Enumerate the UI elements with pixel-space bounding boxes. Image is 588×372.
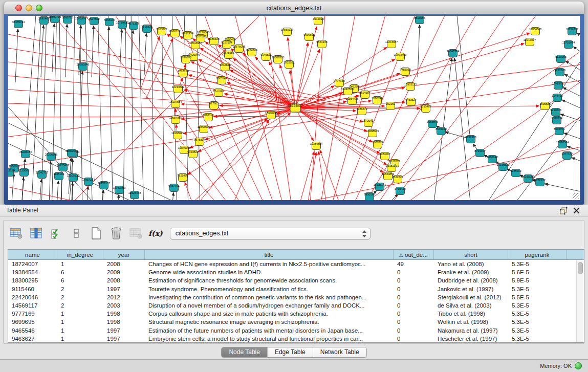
graph-node[interactable]: 3896600 — [180, 56, 191, 63]
column-header-year[interactable]: year — [103, 250, 145, 259]
graph-node[interactable]: 16648784 — [447, 50, 459, 57]
graph-node[interactable]: 9245012 — [510, 169, 521, 177]
graph-node[interactable]: 8813054 — [414, 16, 425, 24]
graph-node[interactable]: 5675685 — [223, 51, 234, 59]
graph-node[interactable]: 19384554 — [310, 142, 322, 150]
graph-node[interactable]: 9457791 — [168, 184, 179, 192]
graph-node[interactable]: 9267110 — [203, 114, 213, 121]
graph-node[interactable]: 8639163 — [435, 127, 446, 135]
minimize-window-icon[interactable] — [26, 5, 32, 11]
graph-node[interactable]: 7485063 — [400, 68, 410, 76]
table-row[interactable]: 977716911998Corpus callosum shape and si… — [8, 310, 584, 318]
graph-node[interactable]: 10688609 — [366, 129, 379, 137]
table-row[interactable]: 946554611997Estimation of the future num… — [8, 326, 584, 335]
graph-node[interactable]: 9493822 — [187, 150, 198, 158]
graph-node[interactable]: 2522349 — [392, 176, 403, 183]
graph-node[interactable]: 12353594 — [198, 125, 210, 133]
graph-node[interactable]: 21364436 — [346, 97, 358, 105]
column-header-title[interactable]: title — [145, 250, 394, 259]
graph-node[interactable]: 11054808 — [529, 28, 541, 35]
table-row[interactable]: 1830029562008Estimation of significance … — [8, 276, 584, 285]
graph-node[interactable]: 6497568 — [342, 87, 353, 95]
graph-node[interactable]: 1953845 — [427, 120, 438, 128]
window-titlebar[interactable]: citations_edges.txt — [4, 2, 584, 14]
graph-node[interactable]: 16782759 — [113, 186, 125, 194]
graph-node[interactable]: 17016504 — [556, 141, 569, 148]
network-canvas[interactable]: 9435572426914061059079528937181065326715… — [8, 15, 580, 200]
close-panel-icon[interactable] — [573, 206, 581, 214]
memory-status-indicator[interactable] — [575, 362, 582, 369]
graph-node[interactable]: 13505135 — [67, 174, 79, 182]
graph-node[interactable]: 1527602 — [89, 17, 99, 25]
show-column-icon[interactable] — [29, 227, 44, 240]
table-scrollbar-thumb[interactable] — [578, 262, 583, 274]
graph-node[interactable]: 17957253 — [82, 178, 95, 186]
graph-node[interactable]: 9327504 — [221, 41, 232, 49]
graph-node[interactable]: 9146821 — [260, 53, 271, 61]
graph-node[interactable]: 1615132 — [386, 164, 397, 172]
graph-node[interactable]: 1052132 — [534, 179, 545, 186]
column-header-pagerank[interactable]: pagerank — [508, 250, 567, 259]
graph-node[interactable]: 8912954 — [182, 32, 193, 39]
graph-node[interactable]: 10653267 — [75, 17, 88, 25]
create-column-icon[interactable] — [89, 227, 104, 240]
graph-node[interactable]: 10543982 — [189, 41, 202, 49]
graph-node[interactable]: 16958107 — [98, 182, 110, 189]
graph-node[interactable]: 2718126 — [178, 70, 188, 77]
column-header-in-degree[interactable]: in_degree — [57, 250, 103, 259]
graph-node[interactable]: 12923448 — [128, 191, 141, 199]
graph-node[interactable]: 10975487 — [57, 164, 69, 171]
graph-node[interactable]: 9084067 — [379, 152, 390, 160]
graph-node[interactable]: 10973403 — [394, 53, 406, 61]
graph-node[interactable]: 25206150 — [19, 150, 32, 158]
graph-node[interactable]: 7625402 — [177, 174, 188, 182]
graph-node[interactable]: 7515526 — [141, 25, 152, 33]
graph-node[interactable]: 2691406 — [38, 17, 49, 25]
graph-node[interactable]: 12213382 — [172, 85, 184, 93]
graph-node[interactable]: 9699695 — [303, 33, 314, 41]
graph-node[interactable]: 14135141 — [374, 183, 386, 191]
graph-node[interactable]: 962160 — [386, 102, 395, 110]
graph-node[interactable]: 6466140 — [104, 18, 115, 26]
graph-node[interactable]: 9930168 — [364, 193, 375, 201]
graph-node[interactable]: 1087634 — [551, 117, 562, 124]
graph-node[interactable]: 3913519 — [8, 169, 15, 177]
tab-network-table[interactable]: Network Table — [313, 347, 366, 357]
graph-node[interactable]: 9406142 — [487, 156, 497, 163]
graph-node[interactable]: 12342757 — [36, 171, 48, 179]
graph-node[interactable]: 6791910 — [465, 136, 476, 143]
column-header-short[interactable]: short — [434, 250, 508, 259]
graph-node[interactable]: 18569943 — [66, 149, 78, 157]
table-scrollbar[interactable] — [576, 260, 584, 342]
graph-node[interactable]: 9129966 — [555, 55, 566, 63]
delete-column-icon[interactable] — [108, 227, 124, 240]
graph-node[interactable]: 9227343 — [554, 69, 565, 76]
window-resize-grip[interactable] — [573, 193, 579, 199]
graph-node[interactable]: 9242845 — [220, 63, 230, 71]
graph-node[interactable]: 12217097 — [524, 38, 536, 46]
zoom-window-icon[interactable] — [36, 5, 42, 11]
graph-node[interactable]: 1595838 — [539, 102, 550, 110]
graph-node[interactable]: 1167530 — [561, 152, 572, 160]
graph-node[interactable]: 12093822 — [552, 82, 564, 90]
graph-node[interactable]: 8960122 — [169, 30, 180, 37]
table-row[interactable]: 911546021997Tourette syndrome. Phenomeno… — [8, 285, 584, 293]
graph-node[interactable]: 23676068 — [233, 45, 245, 53]
graph-node[interactable]: 1115683 — [19, 169, 30, 177]
graph-node[interactable]: 1880724 — [372, 141, 383, 148]
graph-node[interactable]: 18300295 — [265, 112, 277, 119]
graph-node[interactable]: 16255080 — [522, 175, 534, 183]
graph-node[interactable]: 25053346 — [77, 63, 89, 71]
graph-node[interactable]: 11124372 — [566, 28, 578, 35]
float-panel-icon[interactable] — [559, 207, 568, 215]
graph-node[interactable]: 9210643 — [550, 108, 561, 116]
function-builder-icon[interactable]: f(x) — [148, 229, 163, 237]
tab-node-table[interactable]: Node Table — [222, 347, 268, 357]
select-columns-icon[interactable] — [49, 227, 64, 240]
graph-node[interactable]: 15720407 — [362, 119, 375, 127]
graph-node[interactable]: 3822031 — [284, 61, 294, 69]
table-row[interactable]: 2242004622012Investigating the contribut… — [8, 293, 584, 301]
graph-node[interactable]: 8186328 — [208, 37, 219, 45]
column-header-name[interactable]: name — [8, 250, 57, 259]
table-row[interactable]: 1872400712008Changes of HCN gene express… — [8, 260, 584, 268]
